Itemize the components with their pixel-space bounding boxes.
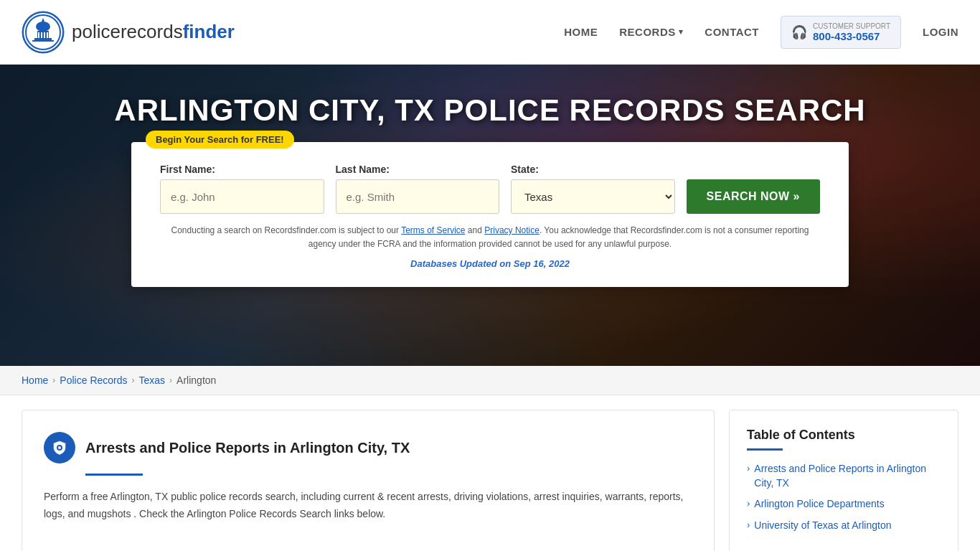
logo[interactable]: policerecordsfinder bbox=[22, 11, 235, 54]
nav-home[interactable]: HOME bbox=[564, 26, 598, 38]
toc-chevron-icon-3: › bbox=[747, 519, 750, 530]
toc-title: Table of Contents bbox=[747, 428, 941, 443]
records-chevron-down-icon: ▾ bbox=[679, 27, 684, 37]
toc-chevron-icon-2: › bbox=[747, 498, 750, 509]
content-right: Table of Contents › Arrests and Police R… bbox=[729, 410, 958, 551]
state-select[interactable]: Texas Alabama Alaska Arizona Arkansas Ca… bbox=[511, 179, 675, 214]
first-name-input[interactable] bbox=[160, 179, 324, 214]
toc-link-1[interactable]: Arrests and Police Reports in Arlington … bbox=[754, 462, 941, 490]
search-card: Begin Your Search for FREE! First Name: … bbox=[131, 142, 849, 287]
breadcrumb-police-records[interactable]: Police Records bbox=[60, 375, 127, 386]
breadcrumb-sep-1: › bbox=[52, 375, 55, 385]
state-field-group: State: Texas Alabama Alaska Arizona Arka… bbox=[511, 164, 675, 214]
nav-records[interactable]: RECORDS ▾ bbox=[619, 26, 683, 38]
headset-icon: 🎧 bbox=[791, 24, 807, 40]
toc-link-3[interactable]: University of Texas at Arlington bbox=[754, 519, 891, 533]
toc-item: › Arrests and Police Reports in Arlingto… bbox=[747, 462, 941, 490]
svg-rect-9 bbox=[38, 32, 39, 38]
toc-list: › Arrests and Police Reports in Arlingto… bbox=[747, 462, 941, 532]
section-badge-icon bbox=[44, 432, 75, 463]
support-info: CUSTOMER SUPPORT 800-433-0567 bbox=[813, 22, 890, 42]
db-updated-date: Sep 16, 2022 bbox=[514, 258, 570, 269]
db-updated-label: Databases Updated on bbox=[410, 258, 511, 269]
privacy-notice-link[interactable]: Privacy Notice bbox=[484, 225, 540, 235]
content-left: Arrests and Police Reports in Arlington … bbox=[22, 410, 715, 551]
logo-icon bbox=[22, 11, 65, 54]
page-title: ARLINGTON CITY, TX POLICE RECORDS SEARCH bbox=[100, 93, 880, 128]
section-title-row: Arrests and Police Reports in Arlington … bbox=[44, 432, 692, 463]
toc-item: › Arlington Police Departments bbox=[747, 497, 941, 512]
first-name-label: First Name: bbox=[160, 164, 324, 175]
search-fields: First Name: Last Name: State: Texas Alab… bbox=[160, 164, 820, 214]
toc-underline bbox=[747, 448, 783, 451]
customer-support-box[interactable]: 🎧 CUSTOMER SUPPORT 800-433-0567 bbox=[781, 16, 901, 49]
breadcrumb-texas[interactable]: Texas bbox=[139, 375, 166, 386]
main-content: Arrests and Police Reports in Arlington … bbox=[0, 395, 980, 551]
free-search-badge: Begin Your Search for FREE! bbox=[146, 131, 294, 149]
logo-text: policerecordsfinder bbox=[72, 21, 235, 43]
search-now-button[interactable]: SEARCH NOW » bbox=[687, 179, 820, 214]
breadcrumb-sep-2: › bbox=[132, 375, 135, 385]
breadcrumb-home[interactable]: Home bbox=[22, 375, 48, 386]
breadcrumb-sep-3: › bbox=[169, 375, 172, 385]
svg-rect-10 bbox=[41, 32, 42, 38]
svg-point-3 bbox=[36, 22, 50, 32]
first-name-field-group: First Name: bbox=[160, 164, 324, 214]
last-name-label: Last Name: bbox=[336, 164, 500, 175]
svg-point-14 bbox=[58, 446, 61, 449]
section-underline bbox=[85, 474, 143, 476]
svg-rect-11 bbox=[44, 32, 45, 38]
breadcrumb: Home › Police Records › Texas › Arlingto… bbox=[0, 366, 980, 395]
site-header: policerecordsfinder HOME RECORDS ▾ CONTA… bbox=[0, 0, 980, 65]
section-heading: Arrests and Police Reports in Arlington … bbox=[85, 440, 410, 456]
state-label: State: bbox=[511, 164, 675, 175]
main-nav: HOME RECORDS ▾ CONTACT 🎧 CUSTOMER SUPPOR… bbox=[564, 16, 958, 49]
toc-item: › University of Texas at Arlington bbox=[747, 519, 941, 533]
disclaimer-text: Conducting a search on Recordsfinder.com… bbox=[160, 224, 820, 251]
breadcrumb-current: Arlington bbox=[176, 375, 216, 386]
svg-rect-5 bbox=[34, 38, 52, 40]
section-body: Perform a free Arlington, TX public poli… bbox=[44, 489, 692, 523]
badge-svg-icon bbox=[52, 440, 67, 456]
toc-link-2[interactable]: Arlington Police Departments bbox=[754, 497, 884, 512]
last-name-input[interactable] bbox=[336, 179, 500, 214]
toc-chevron-icon-1: › bbox=[747, 463, 750, 474]
support-phone: 800-433-0567 bbox=[813, 30, 890, 42]
last-name-field-group: Last Name: bbox=[336, 164, 500, 214]
svg-rect-12 bbox=[47, 32, 48, 38]
nav-contact[interactable]: CONTACT bbox=[705, 26, 759, 38]
db-updated: Databases Updated on Sep 16, 2022 bbox=[160, 258, 820, 269]
nav-login[interactable]: LOGIN bbox=[923, 26, 958, 38]
support-label: CUSTOMER SUPPORT bbox=[813, 22, 890, 30]
hero-section: ARLINGTON CITY, TX POLICE RECORDS SEARCH… bbox=[0, 65, 980, 366]
svg-rect-6 bbox=[32, 40, 54, 42]
terms-of-service-link[interactable]: Terms of Service bbox=[401, 225, 465, 235]
